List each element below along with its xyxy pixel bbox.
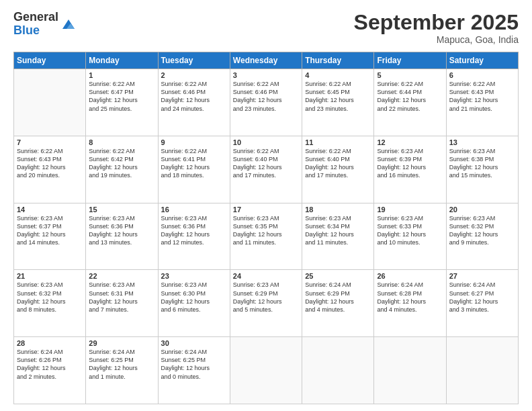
day-info: Sunrise: 6:22 AM Sunset: 6:46 PM Dayligh…	[233, 80, 299, 113]
week-row-2: 7Sunrise: 6:22 AM Sunset: 6:43 PM Daylig…	[14, 136, 519, 203]
calendar-cell: 10Sunrise: 6:22 AM Sunset: 6:40 PM Dayli…	[230, 136, 302, 203]
calendar-cell: 24Sunrise: 6:23 AM Sunset: 6:29 PM Dayli…	[230, 270, 302, 337]
day-info: Sunrise: 6:23 AM Sunset: 6:37 PM Dayligh…	[17, 214, 83, 247]
day-number: 10	[233, 138, 299, 146]
col-header-saturday: Saturday	[446, 52, 518, 69]
calendar-cell: 7Sunrise: 6:22 AM Sunset: 6:43 PM Daylig…	[14, 136, 86, 203]
location: Mapuca, Goa, India	[354, 34, 519, 45]
day-info: Sunrise: 6:24 AM Sunset: 6:27 PM Dayligh…	[449, 281, 515, 314]
day-number: 8	[89, 138, 154, 146]
col-header-sunday: Sunday	[14, 52, 86, 69]
calendar-cell: 23Sunrise: 6:23 AM Sunset: 6:30 PM Dayli…	[158, 270, 230, 337]
day-number: 26	[377, 272, 443, 280]
week-row-3: 14Sunrise: 6:23 AM Sunset: 6:37 PM Dayli…	[14, 203, 519, 270]
month-title: September 2025	[354, 11, 519, 34]
calendar-cell: 29Sunrise: 6:24 AM Sunset: 6:25 PM Dayli…	[86, 337, 158, 404]
calendar-cell: 19Sunrise: 6:23 AM Sunset: 6:33 PM Dayli…	[374, 203, 446, 270]
week-row-5: 28Sunrise: 6:24 AM Sunset: 6:26 PM Dayli…	[14, 337, 519, 404]
day-info: Sunrise: 6:22 AM Sunset: 6:43 PM Dayligh…	[449, 80, 515, 113]
day-number: 22	[89, 272, 154, 280]
day-number: 18	[305, 205, 371, 214]
calendar-cell: 6Sunrise: 6:22 AM Sunset: 6:43 PM Daylig…	[446, 69, 518, 136]
calendar-cell: 12Sunrise: 6:23 AM Sunset: 6:39 PM Dayli…	[374, 136, 446, 203]
calendar-cell	[14, 69, 86, 136]
day-number: 7	[17, 138, 83, 146]
day-info: Sunrise: 6:23 AM Sunset: 6:31 PM Dayligh…	[89, 281, 154, 314]
day-info: Sunrise: 6:23 AM Sunset: 6:30 PM Dayligh…	[161, 281, 227, 314]
day-info: Sunrise: 6:22 AM Sunset: 6:46 PM Dayligh…	[161, 80, 227, 113]
calendar-cell: 9Sunrise: 6:22 AM Sunset: 6:41 PM Daylig…	[158, 136, 230, 203]
day-number: 12	[377, 138, 443, 146]
day-number: 21	[17, 272, 83, 280]
day-number: 27	[449, 272, 515, 280]
calendar-header-row: SundayMondayTuesdayWednesdayThursdayFrid…	[14, 52, 519, 69]
day-info: Sunrise: 6:22 AM Sunset: 6:47 PM Dayligh…	[89, 80, 154, 113]
col-header-wednesday: Wednesday	[230, 52, 302, 69]
calendar-cell: 27Sunrise: 6:24 AM Sunset: 6:27 PM Dayli…	[446, 270, 518, 337]
logo-icon	[61, 17, 76, 32]
calendar-cell: 26Sunrise: 6:24 AM Sunset: 6:28 PM Dayli…	[374, 270, 446, 337]
calendar-cell: 30Sunrise: 6:24 AM Sunset: 6:25 PM Dayli…	[158, 337, 230, 404]
calendar-cell: 2Sunrise: 6:22 AM Sunset: 6:46 PM Daylig…	[158, 69, 230, 136]
day-info: Sunrise: 6:22 AM Sunset: 6:41 PM Dayligh…	[161, 147, 227, 180]
logo-blue: Blue	[13, 24, 58, 38]
week-row-1: 1Sunrise: 6:22 AM Sunset: 6:47 PM Daylig…	[14, 69, 519, 136]
day-number: 11	[305, 138, 371, 146]
calendar-cell: 3Sunrise: 6:22 AM Sunset: 6:46 PM Daylig…	[230, 69, 302, 136]
calendar-cell	[446, 337, 518, 404]
calendar-cell	[302, 337, 374, 404]
day-number: 6	[449, 71, 515, 79]
calendar-cell: 4Sunrise: 6:22 AM Sunset: 6:45 PM Daylig…	[302, 69, 374, 136]
logo: General Blue	[13, 11, 76, 38]
calendar-cell: 1Sunrise: 6:22 AM Sunset: 6:47 PM Daylig…	[86, 69, 158, 136]
calendar-cell: 15Sunrise: 6:23 AM Sunset: 6:36 PM Dayli…	[86, 203, 158, 270]
title-block: September 2025 Mapuca, Goa, India	[354, 11, 519, 45]
day-number: 1	[89, 71, 154, 79]
day-info: Sunrise: 6:23 AM Sunset: 6:36 PM Dayligh…	[161, 214, 227, 247]
day-info: Sunrise: 6:24 AM Sunset: 6:29 PM Dayligh…	[305, 281, 371, 314]
calendar-cell: 8Sunrise: 6:22 AM Sunset: 6:42 PM Daylig…	[86, 136, 158, 203]
calendar-cell: 18Sunrise: 6:23 AM Sunset: 6:34 PM Dayli…	[302, 203, 374, 270]
day-number: 2	[161, 71, 227, 79]
day-info: Sunrise: 6:22 AM Sunset: 6:45 PM Dayligh…	[305, 80, 371, 113]
logo-general: General	[13, 11, 58, 24]
day-number: 25	[305, 272, 371, 280]
calendar-cell: 25Sunrise: 6:24 AM Sunset: 6:29 PM Dayli…	[302, 270, 374, 337]
calendar-cell: 28Sunrise: 6:24 AM Sunset: 6:26 PM Dayli…	[14, 337, 86, 404]
day-info: Sunrise: 6:24 AM Sunset: 6:28 PM Dayligh…	[377, 281, 443, 314]
day-number: 29	[89, 339, 154, 347]
calendar-cell: 16Sunrise: 6:23 AM Sunset: 6:36 PM Dayli…	[158, 203, 230, 270]
day-number: 9	[161, 138, 227, 146]
day-number: 30	[161, 339, 227, 347]
calendar-cell: 5Sunrise: 6:22 AM Sunset: 6:44 PM Daylig…	[374, 69, 446, 136]
calendar: SundayMondayTuesdayWednesdayThursdayFrid…	[13, 52, 519, 404]
day-number: 19	[377, 205, 443, 214]
day-number: 13	[449, 138, 515, 146]
day-info: Sunrise: 6:23 AM Sunset: 6:38 PM Dayligh…	[449, 147, 515, 180]
day-info: Sunrise: 6:24 AM Sunset: 6:26 PM Dayligh…	[17, 348, 83, 381]
day-number: 24	[233, 272, 299, 280]
week-row-4: 21Sunrise: 6:23 AM Sunset: 6:32 PM Dayli…	[14, 270, 519, 337]
day-info: Sunrise: 6:22 AM Sunset: 6:40 PM Dayligh…	[233, 147, 299, 180]
day-number: 28	[17, 339, 83, 347]
day-info: Sunrise: 6:24 AM Sunset: 6:25 PM Dayligh…	[161, 348, 227, 381]
day-number: 16	[161, 205, 227, 214]
calendar-cell: 14Sunrise: 6:23 AM Sunset: 6:37 PM Dayli…	[14, 203, 86, 270]
col-header-monday: Monday	[86, 52, 158, 69]
day-number: 20	[449, 205, 515, 214]
calendar-cell: 13Sunrise: 6:23 AM Sunset: 6:38 PM Dayli…	[446, 136, 518, 203]
calendar-cell: 11Sunrise: 6:22 AM Sunset: 6:40 PM Dayli…	[302, 136, 374, 203]
day-info: Sunrise: 6:22 AM Sunset: 6:44 PM Dayligh…	[377, 80, 443, 113]
day-info: Sunrise: 6:23 AM Sunset: 6:33 PM Dayligh…	[377, 214, 443, 247]
day-info: Sunrise: 6:22 AM Sunset: 6:43 PM Dayligh…	[17, 147, 83, 180]
day-info: Sunrise: 6:24 AM Sunset: 6:25 PM Dayligh…	[89, 348, 154, 381]
day-number: 4	[305, 71, 371, 79]
day-number: 5	[377, 71, 443, 79]
col-header-tuesday: Tuesday	[158, 52, 230, 69]
header: General Blue September 2025 Mapuca, Goa,…	[13, 11, 519, 45]
page: General Blue September 2025 Mapuca, Goa,…	[0, 0, 532, 411]
day-info: Sunrise: 6:23 AM Sunset: 6:32 PM Dayligh…	[17, 281, 83, 314]
day-number: 17	[233, 205, 299, 214]
day-info: Sunrise: 6:22 AM Sunset: 6:40 PM Dayligh…	[305, 147, 371, 180]
day-info: Sunrise: 6:23 AM Sunset: 6:32 PM Dayligh…	[449, 214, 515, 247]
